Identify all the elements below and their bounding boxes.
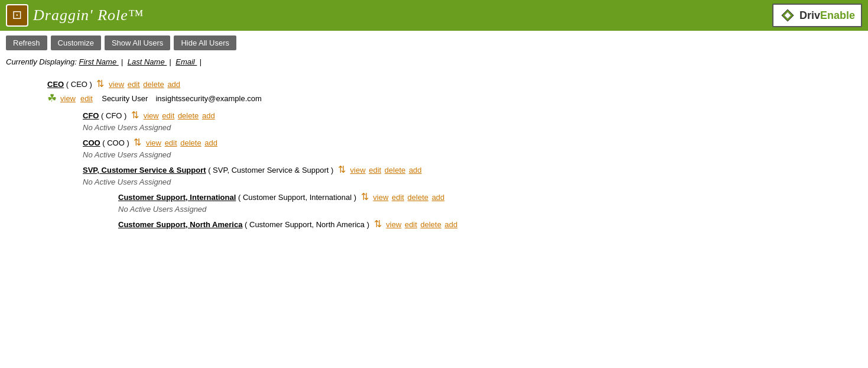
delete-link-cs-na[interactable]: delete <box>421 220 441 229</box>
dice-icon: ⚀ <box>6 4 28 27</box>
sort-icon-cs-intl[interactable]: ⇅ <box>361 192 369 202</box>
add-link-cs-intl[interactable]: add <box>432 193 445 202</box>
app-header: ⚀ Draggin' Role™ DrivEnable <box>0 0 868 31</box>
drivenable-text: DrivEnable <box>799 9 855 22</box>
add-link-ceo[interactable]: add <box>167 80 180 89</box>
currently-displaying-label: Currently Displaying: <box>6 57 77 66</box>
role-code-ceo: ( CEO ) <box>66 80 95 89</box>
role-code-cfo: ( CFO ) <box>101 111 129 120</box>
role-name-svp-css: SVP, Customer Service & Support <box>83 166 206 175</box>
sort-icon-cs-na[interactable]: ⇅ <box>374 219 382 229</box>
delete-link-cfo[interactable]: delete <box>178 111 199 120</box>
role-name-ceo: CEO <box>47 80 64 89</box>
sort-icon-svp-css[interactable]: ⇅ <box>338 164 346 175</box>
no-users-cs-intl: No Active Users Assigned <box>118 205 856 214</box>
delete-link-coo[interactable]: delete <box>180 138 201 147</box>
sort-icon-ceo[interactable]: ⇅ <box>96 79 104 89</box>
user-icon-security: ☘ <box>47 92 57 105</box>
role-name-coo: COO <box>83 138 100 147</box>
user-row-security: ☘ view edit Security User insightssecuri… <box>47 92 856 105</box>
role-row-coo: COO ( COO ) ⇅ view edit delete add <box>83 137 856 148</box>
edit-link-user-security[interactable]: edit <box>80 94 93 103</box>
app-title: Draggin' Role™ <box>33 7 144 24</box>
role-name-cs-intl: Customer Support, International <box>118 193 236 202</box>
no-users-coo: No Active Users Assigned <box>83 150 856 159</box>
field-email-link[interactable]: Email <box>175 57 197 66</box>
user-fullname-security: Security User <box>97 94 152 103</box>
role-row-cs-na: Customer Support, North America ( Custom… <box>118 218 856 230</box>
view-link-cs-intl[interactable]: view <box>373 193 388 202</box>
add-link-cfo[interactable]: add <box>202 111 215 120</box>
edit-link-cs-na[interactable]: edit <box>405 220 417 229</box>
role-row-ceo: CEO ( CEO ) ⇅ view edit delete add <box>47 78 856 89</box>
delete-link-ceo[interactable]: delete <box>143 80 164 89</box>
add-link-coo[interactable]: add <box>204 138 217 147</box>
user-email-security: insightssecurity@example.com <box>155 94 261 103</box>
show-all-users-button[interactable]: Show All Users <box>105 35 170 50</box>
view-link-svp-css[interactable]: view <box>350 166 366 175</box>
refresh-button[interactable]: Refresh <box>6 35 47 50</box>
drivenable-diamond-icon <box>779 7 796 24</box>
toolbar: Refresh Customize Show All Users Hide Al… <box>0 31 868 55</box>
main-content: CEO ( CEO ) ⇅ view edit delete add ☘ vie… <box>0 72 868 238</box>
edit-link-cfo[interactable]: edit <box>162 111 174 120</box>
field-first-name-link[interactable]: First Name <box>79 57 119 66</box>
edit-link-ceo[interactable]: edit <box>128 80 140 89</box>
view-link-cfo[interactable]: view <box>144 111 159 120</box>
view-link-cs-na[interactable]: view <box>386 220 401 229</box>
add-link-cs-na[interactable]: add <box>445 220 458 229</box>
view-link-coo[interactable]: view <box>146 138 161 147</box>
customize-button[interactable]: Customize <box>51 35 101 50</box>
field-last-name-link[interactable]: Last Name <box>128 57 167 66</box>
hide-all-users-button[interactable]: Hide All Users <box>174 35 236 50</box>
no-users-svp-css: No Active Users Assigned <box>83 177 856 186</box>
edit-link-svp-css[interactable]: edit <box>369 166 381 175</box>
add-link-svp-css[interactable]: add <box>409 166 422 175</box>
pipe-divider-1: | <box>121 57 123 66</box>
view-link-user-security[interactable]: view <box>60 94 76 103</box>
delete-link-svp-css[interactable]: delete <box>385 166 405 175</box>
no-users-cfo: No Active Users Assigned <box>83 123 856 132</box>
pipe-divider-2: | <box>169 57 171 66</box>
edit-link-cs-intl[interactable]: edit <box>392 193 404 202</box>
currently-displaying-bar: Currently Displaying: First Name | Last … <box>0 55 868 72</box>
pipe-divider-3: | <box>199 57 201 66</box>
role-code-coo: ( COO ) <box>102 138 131 147</box>
role-row-cfo: CFO ( CFO ) ⇅ view edit delete add <box>83 109 856 121</box>
view-link-ceo[interactable]: view <box>109 80 124 89</box>
delete-link-cs-intl[interactable]: delete <box>408 193 428 202</box>
drivenable-logo: DrivEnable <box>772 4 862 27</box>
app-logo: ⚀ Draggin' Role™ <box>6 4 144 27</box>
role-name-cfo: CFO <box>83 111 99 120</box>
role-code-cs-na: ( Customer Support, North America ) <box>245 220 372 229</box>
sort-icon-cfo[interactable]: ⇅ <box>131 110 139 120</box>
role-code-cs-intl: ( Customer Support, International ) <box>238 193 359 202</box>
sort-icon-coo[interactable]: ⇅ <box>134 137 141 147</box>
edit-link-coo[interactable]: edit <box>165 138 177 147</box>
role-code-svp-css: ( SVP, Customer Service & Support ) <box>208 166 336 175</box>
role-name-cs-na: Customer Support, North America <box>118 220 242 229</box>
role-row-cs-intl: Customer Support, International ( Custom… <box>118 191 856 202</box>
role-row-svp-css: SVP, Customer Service & Support ( SVP, C… <box>83 164 856 175</box>
